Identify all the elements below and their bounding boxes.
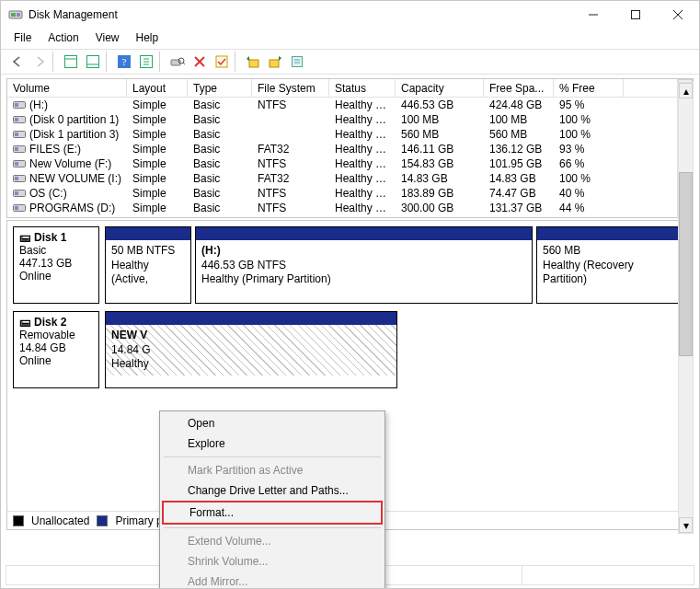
drive-icon bbox=[13, 144, 26, 155]
volume-pfree: 100 % bbox=[554, 128, 624, 141]
volume-name: (Disk 0 partition 1) bbox=[29, 113, 119, 126]
col-filesystem[interactable]: File System bbox=[252, 79, 329, 97]
volume-row[interactable]: FILES (E:)SimpleBasicFAT32Healthy (A...1… bbox=[7, 142, 677, 156]
view-top-icon[interactable] bbox=[60, 51, 82, 73]
menu-help[interactable]: Help bbox=[129, 29, 166, 46]
volume-pfree: 100 % bbox=[554, 113, 624, 126]
volume-type: Basic bbox=[188, 157, 252, 170]
disk1-part-0[interactable]: 50 MB NTFS Healthy (Active, bbox=[105, 226, 191, 304]
svg-rect-4 bbox=[632, 11, 640, 19]
forward-button[interactable] bbox=[29, 51, 51, 73]
svg-rect-41 bbox=[15, 191, 18, 195]
drive-icon bbox=[13, 114, 26, 125]
disk-info-2[interactable]: 🖴Disk 2 Removable 14.84 GB Online bbox=[13, 311, 99, 388]
export-icon[interactable] bbox=[264, 51, 286, 73]
ctx-extend-volume: Extend Volume... bbox=[162, 531, 383, 551]
settings-icon[interactable] bbox=[135, 51, 157, 73]
part-line2: Healthy (Active, bbox=[111, 259, 185, 287]
part-line2: Healthy bbox=[111, 357, 391, 372]
col-layout[interactable]: Layout bbox=[127, 79, 188, 97]
col-type[interactable]: Type bbox=[188, 79, 252, 97]
window-title: Disk Management bbox=[29, 8, 118, 21]
title-bar: Disk Management bbox=[1, 1, 699, 29]
volume-layout: Simple bbox=[127, 157, 188, 170]
volume-free: 74.47 GB bbox=[484, 187, 554, 200]
disk1-type: Basic bbox=[19, 244, 93, 257]
volume-row[interactable]: NEW VOLUME (I:)SimpleBasicFAT32Healthy (… bbox=[7, 171, 677, 186]
scroll-up-icon[interactable]: ▴ bbox=[679, 83, 693, 98]
legend-primary: Primary p bbox=[115, 514, 162, 527]
volume-layout: Simple bbox=[127, 98, 188, 111]
properties-icon[interactable] bbox=[286, 51, 308, 73]
volume-row[interactable]: (H:)SimpleBasicNTFSHealthy (P...446.53 G… bbox=[7, 98, 677, 112]
menu-file[interactable]: File bbox=[6, 29, 39, 46]
disk-row-2: 🖴Disk 2 Removable 14.84 GB Online NEW V … bbox=[13, 311, 687, 388]
disk1-part-2[interactable]: 560 MB Healthy (Recovery Partition) bbox=[536, 226, 687, 304]
menu-action[interactable]: Action bbox=[40, 29, 86, 46]
col-capacity[interactable]: Capacity bbox=[396, 79, 484, 97]
volume-row[interactable]: OS (C:)SimpleBasicNTFSHealthy (B...183.8… bbox=[7, 186, 677, 201]
ctx-explore[interactable]: Explore bbox=[162, 433, 383, 454]
volume-row[interactable]: New Volume (F:)SimpleBasicNTFSHealthy (P… bbox=[7, 156, 677, 171]
volume-row[interactable]: (Disk 0 partition 1)SimpleBasicHealthy (… bbox=[7, 112, 677, 127]
col-percentfree[interactable]: % Free bbox=[554, 79, 624, 97]
close-button[interactable] bbox=[657, 1, 699, 29]
volume-capacity: 14.83 GB bbox=[396, 172, 484, 185]
minimize-button[interactable] bbox=[572, 1, 614, 29]
menu-view[interactable]: View bbox=[88, 29, 127, 46]
volume-free: 424.48 GB bbox=[484, 98, 554, 111]
volume-status: Healthy (P... bbox=[329, 98, 396, 111]
apply-icon[interactable] bbox=[211, 51, 233, 73]
delete-icon[interactable] bbox=[189, 51, 211, 73]
volume-name: New Volume (F:) bbox=[29, 157, 111, 170]
maximize-button[interactable] bbox=[614, 1, 657, 29]
disk2-part-0[interactable]: NEW V 14.84 G Healthy bbox=[105, 311, 397, 388]
volume-pfree: 66 % bbox=[554, 157, 624, 170]
volume-free: 100 MB bbox=[484, 113, 554, 126]
drive-icon bbox=[13, 188, 26, 199]
svg-rect-39 bbox=[15, 177, 18, 180]
volume-free: 560 MB bbox=[484, 128, 554, 141]
ctx-change-drive-letter[interactable]: Change Drive Letter and Paths... bbox=[162, 480, 383, 501]
part-line1: 50 MB NTFS bbox=[111, 244, 185, 259]
outer-scrollbar[interactable]: ▴ ▾ bbox=[678, 82, 694, 534]
ctx-shrink-volume: Shrink Volume... bbox=[162, 551, 383, 572]
help-icon[interactable]: ? bbox=[113, 51, 135, 73]
volume-status: Healthy (P... bbox=[329, 172, 396, 185]
volume-type: Basic bbox=[188, 143, 252, 156]
col-status[interactable]: Status bbox=[329, 79, 396, 97]
ctx-open[interactable]: Open bbox=[162, 413, 383, 433]
drive-icon bbox=[13, 173, 26, 184]
disk-info-1[interactable]: 🖴Disk 1 Basic 447.13 GB Online bbox=[13, 226, 99, 304]
back-button[interactable] bbox=[6, 51, 29, 73]
volume-row[interactable]: PROGRAMS (D:)SimpleBasicNTFSHealthy (P..… bbox=[7, 201, 677, 215]
svg-line-19 bbox=[183, 63, 185, 64]
volume-columns: Volume Layout Type File System Status Ca… bbox=[7, 79, 677, 98]
view-bottom-icon[interactable] bbox=[82, 51, 104, 73]
volume-fs: NTFS bbox=[252, 157, 329, 170]
disk-usb-icon: 🖴 bbox=[19, 316, 30, 329]
ctx-format[interactable]: Format... bbox=[162, 501, 383, 525]
import-icon[interactable] bbox=[242, 51, 264, 73]
svg-rect-7 bbox=[65, 56, 77, 68]
volume-pfree: 44 % bbox=[554, 202, 624, 214]
volume-layout: Simple bbox=[127, 128, 188, 141]
col-freespace[interactable]: Free Spa... bbox=[484, 79, 554, 97]
volume-row[interactable]: (Disk 1 partition 3)SimpleBasicHealthy (… bbox=[7, 127, 677, 142]
disk1-status: Online bbox=[19, 270, 93, 283]
volume-name: (Disk 1 partition 3) bbox=[29, 128, 119, 141]
svg-rect-31 bbox=[15, 118, 18, 121]
volume-layout: Simple bbox=[127, 187, 188, 200]
rescan-icon[interactable] bbox=[166, 51, 189, 73]
col-volume[interactable]: Volume bbox=[7, 79, 127, 97]
volume-pfree: 40 % bbox=[554, 187, 624, 200]
volume-layout: Simple bbox=[127, 172, 188, 185]
ctx-mark-partition-active: Mark Partition as Active bbox=[162, 460, 383, 480]
disk1-part-1[interactable]: (H:) 446.53 GB NTFS Healthy (Primary Par… bbox=[195, 226, 533, 304]
scroll-down-icon[interactable]: ▾ bbox=[679, 517, 693, 533]
disk-row-1: 🖴Disk 1 Basic 447.13 GB Online 50 MB NTF… bbox=[13, 226, 687, 304]
part-line2: Healthy (Primary Partition) bbox=[201, 272, 526, 287]
legend-swatch-primary bbox=[97, 515, 108, 526]
disk2-label: Disk 2 bbox=[34, 316, 66, 329]
part-line1: 446.53 GB NTFS bbox=[201, 259, 526, 273]
